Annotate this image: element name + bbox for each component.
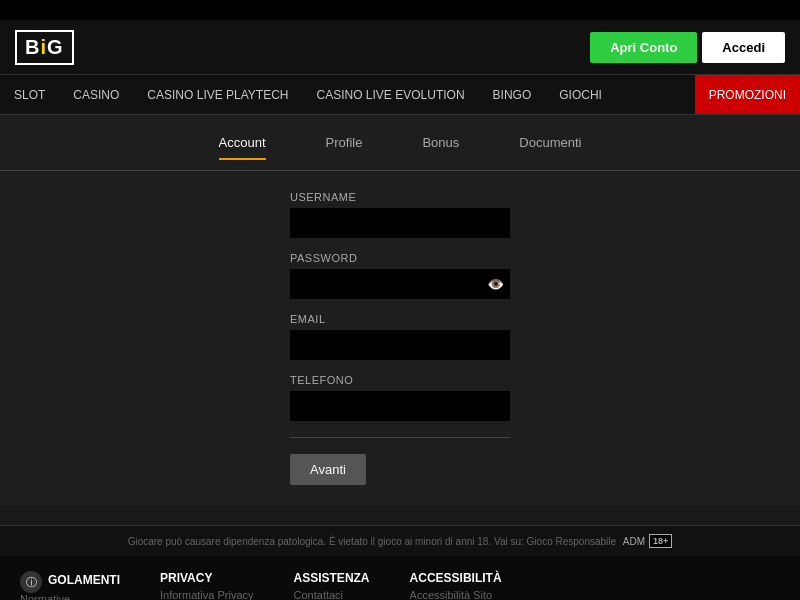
password-label: PASSWORD: [290, 252, 510, 264]
nav-item-slot[interactable]: SLOT: [0, 75, 59, 114]
header: BiG Apri Conto Accedi: [0, 20, 800, 75]
warning-text: Giocare può causare dipendenza patologic…: [128, 536, 616, 547]
telefono-group: TELEFONO: [290, 374, 510, 421]
person-icon: ⓘ: [20, 571, 42, 593]
nav-item-promozioni[interactable]: PROMOZIONI: [695, 75, 800, 114]
telefono-label: TELEFONO: [290, 374, 510, 386]
nav-item-casino[interactable]: CASINO: [59, 75, 133, 114]
footer-col-accessibilita: ACCESSIBILITÀ Accessibilità Sito: [410, 571, 502, 600]
header-buttons: Apri Conto Accedi: [590, 32, 785, 63]
avanti-button[interactable]: Avanti: [290, 454, 366, 485]
nav-bar: SLOT CASINO CASINO LIVE PLAYTECH CASINO …: [0, 75, 800, 115]
login-button[interactable]: Accedi: [702, 32, 785, 63]
adm-badge: ADM 18+: [623, 534, 673, 548]
email-label: EMAIL: [290, 313, 510, 325]
footer-links: ⓘ GOLAMENTI Normative PRIVACY Informativ…: [0, 556, 800, 600]
footer-col-regolamenti: ⓘ GOLAMENTI Normative: [20, 571, 120, 600]
footer-col-privacy: PRIVACY Informativa Privacy: [160, 571, 254, 600]
assistenza-title[interactable]: ASSISTENZA: [294, 571, 370, 585]
tabs: Account Profile Bonus Documenti: [0, 135, 800, 171]
tab-bonus[interactable]: Bonus: [422, 135, 459, 160]
telefono-input[interactable]: [290, 391, 510, 421]
regolamenti-sub[interactable]: Normative: [20, 593, 120, 600]
content-area: Account Profile Bonus Documenti USERNAME…: [0, 115, 800, 505]
footer-col-assistenza: ASSISTENZA Contattaci: [294, 571, 370, 600]
password-group: PASSWORD 👁️: [290, 252, 510, 299]
footer-warning: Giocare può causare dipendenza patologic…: [0, 525, 800, 556]
privacy-title[interactable]: PRIVACY: [160, 571, 254, 585]
username-input[interactable]: [290, 208, 510, 238]
accessibilita-sub[interactable]: Accessibilità Sito: [410, 589, 502, 600]
top-bar: [0, 0, 800, 20]
form-divider: [290, 437, 510, 438]
adm-label: ADM: [623, 536, 645, 547]
open-account-button[interactable]: Apri Conto: [590, 32, 697, 63]
email-input[interactable]: [290, 330, 510, 360]
age-restriction-badge: 18+: [649, 534, 672, 548]
tab-account[interactable]: Account: [219, 135, 266, 160]
logo[interactable]: BiG: [15, 30, 74, 65]
regolamenti-title[interactable]: GOLAMENTI: [48, 573, 120, 587]
username-group: USERNAME: [290, 191, 510, 238]
privacy-sub[interactable]: Informativa Privacy: [160, 589, 254, 600]
assistenza-sub[interactable]: Contattaci: [294, 589, 370, 600]
registration-form: USERNAME PASSWORD 👁️ EMAIL TELEFONO Avan…: [290, 191, 510, 485]
nav-item-giochi[interactable]: GIOCHI: [545, 75, 616, 114]
nav-item-casino-live-playtech[interactable]: CASINO LIVE PLAYTECH: [133, 75, 302, 114]
username-label: USERNAME: [290, 191, 510, 203]
email-group: EMAIL: [290, 313, 510, 360]
nav-item-bingo[interactable]: BINGO: [479, 75, 546, 114]
password-wrapper: 👁️: [290, 269, 510, 299]
tab-documenti[interactable]: Documenti: [519, 135, 581, 160]
password-input[interactable]: [290, 269, 510, 299]
accessibilita-title[interactable]: ACCESSIBILITÀ: [410, 571, 502, 585]
toggle-password-icon[interactable]: 👁️: [487, 276, 504, 292]
nav-item-casino-live-evolution[interactable]: CASINO LIVE EVOLUTION: [303, 75, 479, 114]
tab-profile[interactable]: Profile: [326, 135, 363, 160]
